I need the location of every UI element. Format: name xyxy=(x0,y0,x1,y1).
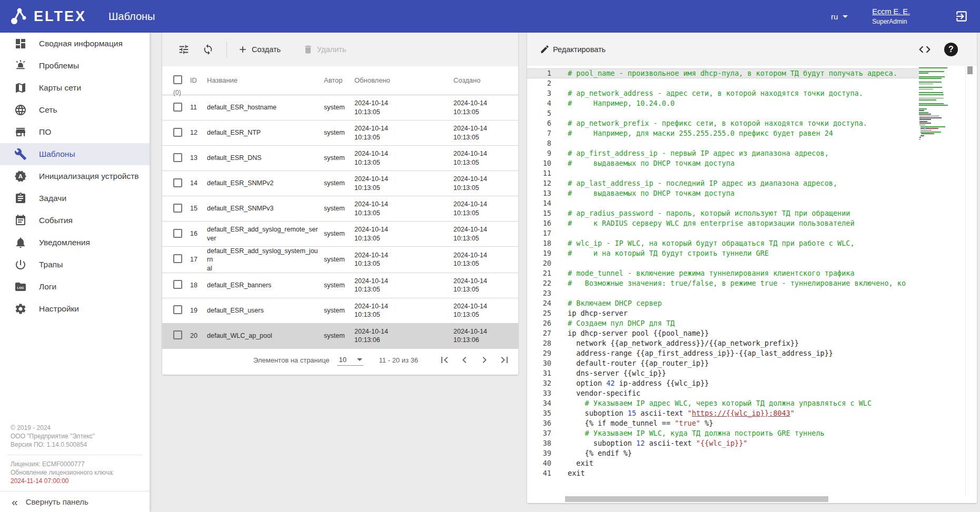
sidebar-item-map[interactable]: Карты сети xyxy=(0,77,150,99)
code-line: 28 network {{ap_network_address}}/{{ap_n… xyxy=(527,338,919,348)
collapse-panel-button[interactable]: « Свернуть панель xyxy=(0,491,150,512)
column-header-name[interactable]: Название xyxy=(207,66,324,84)
chevron-right-icon xyxy=(478,354,491,366)
row-checkbox[interactable] xyxy=(173,280,182,289)
code-line: 38 suboption 12 ascii-text "{{wlc_ip}}" xyxy=(527,438,919,448)
language-selector[interactable]: ru xyxy=(831,12,848,21)
events-icon xyxy=(14,214,27,227)
line-number: 32 xyxy=(527,378,551,388)
code-line: 13# выдаваемых по DHCP точкам доступа xyxy=(527,188,919,198)
sidebar-item-events[interactable]: События xyxy=(0,209,150,232)
first-page-button[interactable] xyxy=(438,354,451,366)
horizontal-scrollbar-thumb[interactable] xyxy=(565,496,828,502)
code-line: 30 default-router {{ap_router_ip}} xyxy=(527,358,919,368)
help-button[interactable]: ? xyxy=(944,43,958,56)
row-checkbox[interactable] xyxy=(173,204,182,213)
code-icon xyxy=(918,43,932,56)
page-title: Шаблоны xyxy=(108,11,155,23)
line-number: 37 xyxy=(527,428,551,438)
cell-created: 2024-10-1410:13:06 xyxy=(453,327,518,345)
cell-author: system xyxy=(324,306,354,315)
next-page-button[interactable] xyxy=(478,354,491,366)
sidebar-item-globe[interactable]: Сеть xyxy=(0,99,150,121)
select-all-checkbox[interactable] xyxy=(173,75,182,84)
sidebar-item-label: ПО xyxy=(39,127,51,137)
last-page-button[interactable] xyxy=(498,354,511,366)
plus-icon xyxy=(237,44,248,55)
sidebar-item-label: Логи xyxy=(39,282,56,292)
table-row[interactable]: 19default_ESR_userssystem2024-10-1410:13… xyxy=(162,298,518,324)
table-row[interactable]: 17default_ESR_add_syslog_system_journ al… xyxy=(162,247,518,273)
code-line: 16# к RADIUS серверу WLC для enterprise … xyxy=(527,218,919,228)
table-row[interactable]: 14default_ESR_SNMPv2system2024-10-1410:1… xyxy=(162,171,518,196)
table-pagination: Элементов на странице 10 11 - 20 из 36 xyxy=(162,349,518,372)
sidebar-item-dashboard[interactable]: Сводная информация xyxy=(0,33,150,55)
prev-page-button[interactable] xyxy=(458,354,471,366)
code-line: 27ip dhcp-server pool {{pool_name}} xyxy=(527,328,919,338)
code-line: 11 xyxy=(527,168,919,178)
table-row[interactable]: 11default_ESR_hostnamesystem2024-10-1410… xyxy=(162,95,518,121)
sidebar-item-tasks[interactable]: Задачи xyxy=(0,187,150,209)
column-header-id[interactable]: ID xyxy=(190,66,207,84)
row-checkbox[interactable] xyxy=(173,229,182,238)
sidebar-item-label: Сеть xyxy=(39,105,57,115)
code-line: 10# выдаваемых по DHCP точкам доступа xyxy=(527,158,919,168)
editor-minimap[interactable] xyxy=(919,67,952,140)
code-line: 18# wlc_ip - IP WLC, на который будут об… xyxy=(527,238,919,248)
line-number: 17 xyxy=(527,228,551,238)
sidebar-item-settings[interactable]: Настройки xyxy=(0,298,150,320)
row-checkbox[interactable] xyxy=(173,103,182,112)
code-line: 26# Создаем пул DHCP для ТД xyxy=(527,318,919,328)
line-number: 22 xyxy=(527,278,551,288)
row-checkbox[interactable] xyxy=(173,330,182,339)
sidebar-item-traps[interactable]: Трапы xyxy=(0,254,150,276)
table-row[interactable]: 20default_WLC_ap_poolsystem2024-10-1410:… xyxy=(162,324,518,349)
row-checkbox[interactable] xyxy=(173,153,182,162)
vertical-scrollbar[interactable] xyxy=(965,66,973,496)
column-header-author[interactable]: Автор xyxy=(324,66,354,84)
app-header: ELTEX Шаблоны ru Eccm E. E. SuperAdmin xyxy=(0,0,980,33)
column-header-created[interactable]: Создано xyxy=(453,66,518,84)
sidebar-item-logs[interactable]: LOGЛоги xyxy=(0,276,150,298)
eltex-logo[interactable]: ELTEX xyxy=(9,6,86,26)
table-row[interactable]: 13default_ESR_DNSsystem2024-10-1410:13:0… xyxy=(162,146,518,171)
cell-id: 12 xyxy=(190,128,207,137)
sidebar-item-bell[interactable]: Уведомления xyxy=(0,232,150,254)
code-line: 23 xyxy=(527,288,919,298)
sidebar-item-alarm-light[interactable]: Проблемы xyxy=(0,55,150,77)
row-checkbox[interactable] xyxy=(173,305,182,314)
refresh-button[interactable] xyxy=(202,44,214,55)
table-row[interactable]: 12default_ESR_NTPsystem2024-10-1410:13:0… xyxy=(162,121,518,146)
filter-button[interactable] xyxy=(178,44,190,55)
sidebar-item-label: Карты сети xyxy=(39,83,81,93)
row-checkbox[interactable] xyxy=(173,178,182,187)
code-line: 29 address-range {{ap_first_address_ip}}… xyxy=(527,348,919,358)
code-editor[interactable]: 1# pool_name - произвольное имя dhcp-пул… xyxy=(527,66,919,496)
per-page-select[interactable]: 10 xyxy=(337,355,363,366)
code-line: 39 {% endif %} xyxy=(527,448,919,458)
cell-updated: 2024-10-1410:13:05 xyxy=(354,251,453,268)
chevron-down-icon xyxy=(843,15,848,18)
sidebar-item-wrench[interactable]: Шаблоны xyxy=(0,143,150,165)
user-name-link[interactable]: Eccm E. E. xyxy=(872,7,910,17)
sidebar-item-device-init[interactable]: AИнициализация устройств xyxy=(0,165,150,187)
table-row[interactable]: 18default_ESR_bannerssystem2024-10-1410:… xyxy=(162,273,518,298)
line-number: 16 xyxy=(527,218,551,228)
vertical-scrollbar-thumb[interactable] xyxy=(967,66,973,74)
create-button[interactable]: Создать xyxy=(237,44,281,55)
map-icon xyxy=(14,82,27,94)
table-row[interactable]: 15default_ESR_SNMPv3system2024-10-1410:1… xyxy=(162,196,518,222)
table-row[interactable]: 16default_ESR_add_syslog_remote_serversy… xyxy=(162,222,518,247)
code-view-button[interactable] xyxy=(918,43,932,56)
logout-button[interactable] xyxy=(955,9,968,23)
sidebar-item-software[interactable]: ПО xyxy=(0,121,150,143)
edit-button[interactable]: Редактировать xyxy=(540,44,606,54)
row-checkbox[interactable] xyxy=(173,254,182,263)
cell-updated: 2024-10-1410:13:05 xyxy=(354,225,453,243)
line-number: 2 xyxy=(527,78,551,88)
delete-button[interactable]: Удалить xyxy=(303,44,346,55)
column-header-updated[interactable]: Обновлено xyxy=(354,66,453,84)
row-checkbox[interactable] xyxy=(173,128,182,137)
table-body: 11default_ESR_hostnamesystem2024-10-1410… xyxy=(162,95,518,349)
horizontal-scrollbar[interactable] xyxy=(551,496,919,503)
